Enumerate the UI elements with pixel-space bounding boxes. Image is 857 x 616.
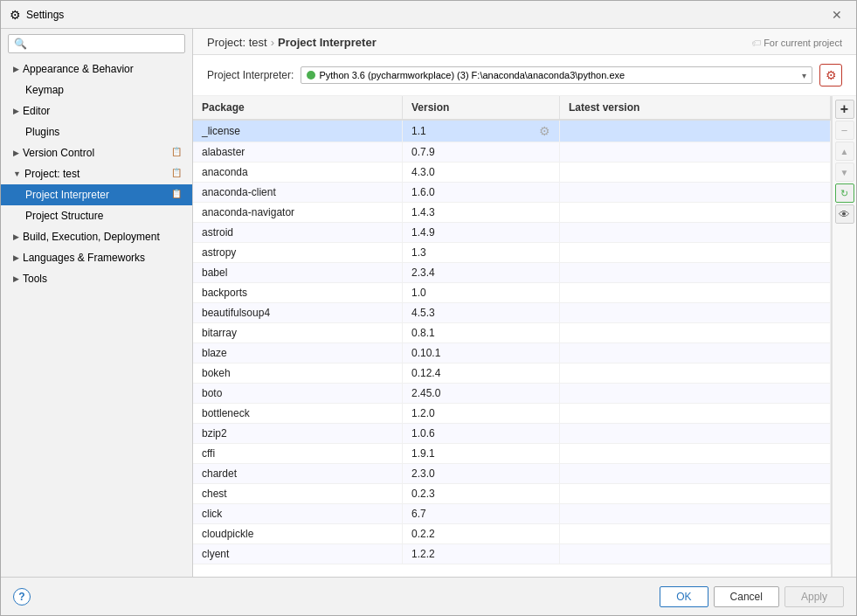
- sidebar-item-tools[interactable]: ▶Tools: [1, 268, 192, 289]
- table-row[interactable]: clyent1.2.2: [193, 544, 831, 564]
- search-box[interactable]: 🔍: [8, 34, 185, 53]
- eye-button[interactable]: 👁: [835, 204, 854, 224]
- sidebar-item-keymap[interactable]: Keymap: [1, 80, 192, 100]
- help-button[interactable]: ?: [13, 588, 31, 606]
- table-row[interactable]: click6.7: [193, 504, 831, 524]
- table-row[interactable]: blaze0.10.1: [193, 343, 831, 363]
- version-cell: 2.3.4: [403, 263, 560, 282]
- sidebar-badge-icon: 📋: [171, 147, 183, 159]
- package-name-cell: anaconda-client: [193, 183, 403, 202]
- chevron-down-icon: ▾: [802, 71, 806, 80]
- package-name-cell: alabaster: [193, 142, 403, 162]
- content-area: 🔍 ▶Appearance & BehaviorKeymap▶EditorPlu…: [1, 29, 856, 577]
- sidebar-badge-icon: 📋: [171, 168, 183, 180]
- arrow-icon: ▼: [13, 170, 21, 178]
- gear-settings-button[interactable]: ⚙: [819, 64, 842, 87]
- package-name-cell: boto: [193, 384, 403, 403]
- sidebar-item-project-test[interactable]: ▼Project: test📋: [1, 163, 192, 184]
- latest-version-cell: [560, 424, 831, 443]
- status-dot: [307, 71, 315, 80]
- loading-icon: ⚙: [539, 124, 550, 138]
- table-row[interactable]: anaconda-client1.6.0: [193, 183, 831, 203]
- latest-version-cell: [560, 404, 831, 423]
- settings-window: ⚙ Settings ✕ 🔍 ▶Appearance & BehaviorKey…: [0, 0, 857, 616]
- sidebar-item-project-structure[interactable]: Project Structure: [1, 205, 192, 226]
- table-row[interactable]: chest0.2.3: [193, 484, 831, 504]
- package-name-cell: click: [193, 504, 403, 523]
- close-button[interactable]: ✕: [826, 6, 847, 24]
- table-row[interactable]: chardet2.3.0: [193, 464, 831, 484]
- table-row[interactable]: astroid1.4.9: [193, 223, 831, 243]
- latest-version-cell: [560, 524, 831, 543]
- sidebar-item-build-execution[interactable]: ▶Build, Execution, Deployment: [1, 226, 192, 247]
- table-row[interactable]: cffi1.9.1: [193, 444, 831, 464]
- ok-button[interactable]: OK: [660, 586, 708, 607]
- table-row[interactable]: _license1.1⚙: [193, 121, 831, 142]
- apply-button[interactable]: Apply: [784, 586, 844, 607]
- add-package-button[interactable]: +: [835, 100, 854, 119]
- version-cell: 1.2.2: [403, 544, 560, 564]
- latest-version-cell: [560, 544, 831, 564]
- package-name-cell: anaconda-navigator: [193, 203, 403, 222]
- latest-version-cell: [560, 142, 831, 162]
- version-cell: 1.3: [403, 243, 560, 262]
- package-name-cell: babel: [193, 263, 403, 282]
- table-row[interactable]: bottleneck1.2.0: [193, 404, 831, 424]
- sidebar-item-plugins[interactable]: Plugins: [1, 121, 192, 142]
- refresh-button[interactable]: ↻: [835, 183, 854, 203]
- version-cell: 1.2.0: [403, 404, 560, 423]
- breadcrumb-separator: ›: [271, 36, 274, 49]
- version-cell: 1.0.6: [403, 424, 560, 443]
- package-name-cell: bokeh: [193, 363, 403, 383]
- scroll-down-button[interactable]: ▼: [835, 163, 854, 182]
- latest-version-cell: [560, 183, 831, 202]
- latest-version-cell: [560, 223, 831, 242]
- table-row[interactable]: beautifulsoup44.5.3: [193, 303, 831, 323]
- interpreter-row: Project Interpreter: Python 3.6 (pycharm…: [193, 55, 856, 96]
- packages-table: Package Version Latest version _license1…: [193, 96, 832, 577]
- latest-version-cell: [560, 384, 831, 403]
- table-row[interactable]: boto2.45.0: [193, 384, 831, 404]
- interpreter-label: Project Interpreter:: [207, 69, 294, 81]
- sidebar-item-appearance[interactable]: ▶Appearance & Behavior: [1, 59, 192, 80]
- sidebar-item-label: Editor: [23, 105, 50, 117]
- interpreter-select[interactable]: Python 3.6 (pycharmworkplace) (3) F:\ana…: [301, 66, 812, 84]
- cancel-button[interactable]: Cancel: [714, 586, 779, 607]
- table-row[interactable]: cloudpickle0.2.2: [193, 524, 831, 544]
- package-name-cell: beautifulsoup4: [193, 303, 403, 322]
- table-row[interactable]: astropy1.3: [193, 243, 831, 263]
- sidebar-item-editor[interactable]: ▶Editor: [1, 100, 192, 121]
- sidebar-item-label: Version Control: [23, 147, 94, 159]
- sidebar-item-languages-frameworks[interactable]: ▶Languages & Frameworks: [1, 247, 192, 268]
- table-body: _license1.1⚙alabaster0.7.9anaconda4.3.0a…: [193, 121, 831, 564]
- version-cell: 1.1⚙: [403, 121, 560, 142]
- scroll-up-button[interactable]: ▲: [835, 142, 854, 161]
- search-input[interactable]: [31, 38, 179, 50]
- table-row[interactable]: anaconda-navigator1.4.3: [193, 203, 831, 223]
- version-cell: 4.5.3: [403, 303, 560, 322]
- table-row[interactable]: alabaster0.7.9: [193, 142, 831, 163]
- arrow-icon: ▶: [13, 65, 19, 73]
- sidebar-item-label: Project Interpreter: [25, 189, 109, 201]
- table-row[interactable]: bitarray0.8.1: [193, 323, 831, 343]
- arrow-icon: ▶: [13, 107, 19, 115]
- table-row[interactable]: anaconda4.3.0: [193, 163, 831, 183]
- version-cell: 1.9.1: [403, 444, 560, 463]
- side-action-buttons: + − ▲ ▼ ↻ 👁: [832, 96, 856, 577]
- package-name-cell: blaze: [193, 343, 403, 363]
- version-cell: 0.8.1: [403, 323, 560, 343]
- table-row[interactable]: babel2.3.4: [193, 263, 831, 283]
- table-row[interactable]: bzip21.0.6: [193, 424, 831, 444]
- package-name-cell: bzip2: [193, 424, 403, 443]
- remove-package-button[interactable]: −: [835, 121, 854, 140]
- sidebar-badge-icon: 📋: [171, 189, 183, 201]
- sidebar-item-version-control[interactable]: ▶Version Control📋: [1, 142, 192, 163]
- sidebar-item-label: Appearance & Behavior: [23, 63, 134, 75]
- table-row[interactable]: bokeh0.12.4: [193, 363, 831, 384]
- table-row[interactable]: backports1.0: [193, 283, 831, 303]
- sidebar-item-project-interpreter[interactable]: Project Interpreter📋: [1, 184, 192, 205]
- breadcrumb-parent: Project: test: [207, 36, 267, 49]
- version-cell: 0.2.2: [403, 524, 560, 543]
- sidebar-items-container: ▶Appearance & BehaviorKeymap▶EditorPlugi…: [1, 59, 192, 289]
- latest-version-cell: [560, 283, 831, 302]
